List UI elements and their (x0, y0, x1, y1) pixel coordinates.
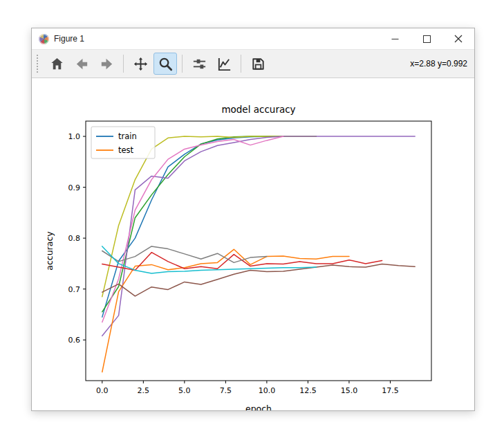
legend-label-train: train (118, 131, 137, 141)
minimize-button[interactable] (379, 28, 411, 49)
x-tick-label: 10.0 (259, 386, 276, 395)
series-test-run-5 (102, 246, 317, 273)
navigation-toolbar: x=2.88 y=0.992 (32, 49, 474, 78)
toolbar-separator (241, 55, 241, 73)
series-train-run-1 (102, 136, 317, 317)
close-button[interactable] (442, 28, 474, 49)
pan-icon (133, 56, 149, 72)
toolbar-separator (123, 55, 124, 73)
y-axis-label: accuracy (44, 231, 55, 271)
x-tick-label: 0.0 (96, 386, 109, 395)
series-train-run-3 (102, 136, 317, 297)
configure-subplots-icon (192, 56, 207, 72)
legend[interactable]: traintest (91, 127, 155, 158)
maximize-button[interactable] (411, 28, 442, 49)
x-tick-label: 15.0 (341, 386, 358, 395)
figure-canvas[interactable]: 0.02.55.07.510.012.515.017.50.60.70.80.9… (32, 78, 474, 410)
y-tick-label: 0.6 (68, 336, 81, 345)
back-arrow-icon (74, 56, 90, 72)
plot-series-group (102, 136, 415, 372)
chart-title: model accuracy (221, 104, 295, 115)
save-button[interactable] (246, 53, 270, 75)
zoom-icon (158, 56, 174, 72)
series-train-run-4 (102, 136, 415, 336)
legend-label-test: test (118, 145, 134, 155)
series-train-run-5 (102, 136, 283, 322)
x-axis-label: epoch (245, 403, 272, 410)
toolbar-separator (182, 55, 183, 73)
maximize-icon (423, 35, 431, 43)
minimize-icon (391, 35, 399, 43)
x-tick-label: 7.5 (220, 386, 232, 395)
zoom-button[interactable] (153, 53, 177, 75)
axes-spines (86, 121, 431, 381)
back-button[interactable] (70, 53, 93, 75)
matplotlib-logo-icon (39, 34, 49, 44)
chart-svg[interactable]: 0.02.55.07.510.012.515.017.50.60.70.80.9… (32, 78, 474, 410)
x-tick-label: 12.5 (299, 386, 317, 395)
cursor-coords-readout: x=2.88 y=0.992 (410, 59, 470, 69)
pan-button[interactable] (129, 53, 152, 75)
save-floppy-icon (250, 56, 266, 72)
configure-subplots-button[interactable] (187, 53, 211, 75)
edit-parameters-button[interactable] (212, 53, 236, 75)
home-button[interactable] (45, 53, 68, 75)
forward-button[interactable] (95, 53, 118, 75)
toolbar-grip-handle[interactable] (37, 55, 40, 73)
window-title: Figure 1 (54, 34, 84, 44)
x-tick-label: 5.0 (178, 386, 191, 395)
line-chart-icon (216, 56, 232, 72)
window-titlebar[interactable]: Figure 1 (32, 28, 474, 49)
y-tick-label: 0.9 (68, 183, 81, 192)
forward-arrow-icon (99, 56, 115, 72)
series-test-run-2 (102, 253, 382, 271)
series-train-run-2 (102, 136, 317, 312)
home-icon (49, 56, 65, 72)
y-tick-label: 0.7 (68, 285, 81, 294)
x-tick-label: 2.5 (138, 386, 150, 395)
window-controls (379, 28, 474, 49)
y-tick-label: 1.0 (68, 132, 81, 141)
x-tick-label: 17.5 (382, 386, 399, 395)
close-icon (454, 35, 463, 43)
figure-window: Figure 1 (31, 28, 475, 411)
y-tick-label: 0.8 (68, 234, 81, 243)
